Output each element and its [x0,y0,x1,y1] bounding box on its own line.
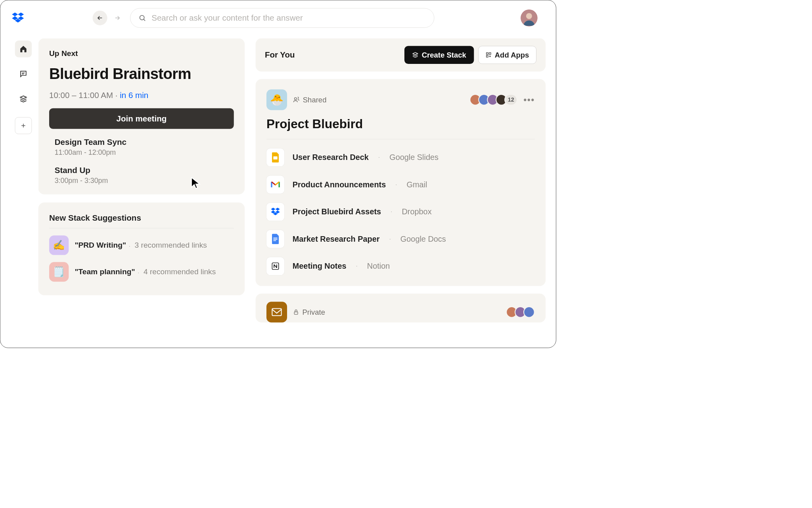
doc-row[interactable]: Project Bluebird Assets · Dropbox [266,203,535,221]
svg-point-0 [140,15,144,20]
apps-icon [485,52,491,58]
add-apps-button[interactable]: Add Apps [478,46,536,64]
google-docs-icon [266,230,284,248]
up-next-time: 10:00 – 11:00 AM · in 6 min [49,91,234,100]
nav-back-button[interactable] [93,11,107,25]
user-avatar[interactable] [521,10,537,26]
doc-name: Project Bluebird Assets [293,207,381,216]
suggestion-meta: 4 recommended links [144,267,216,276]
event-item[interactable]: Stand Up 3:00pm - 3:30pm [49,165,234,185]
doc-row[interactable]: Market Research Paper · Google Docs [266,230,535,248]
stack-title: Project Bluebird [266,117,535,139]
svg-rect-4 [489,53,490,54]
collaborator-overflow[interactable]: 12 [504,94,517,106]
doc-source: Gmail [407,180,427,189]
event-time: 11:00am - 12:00pm [55,148,234,157]
nav-forward-button[interactable] [110,11,124,25]
people-icon [293,96,299,103]
doc-name: Market Research Paper [293,235,380,244]
stack-card: 🐣 Shared 12 ••• [256,79,546,286]
event-title: Design Team Sync [55,138,234,147]
suggestions-heading: New Stack Suggestions [49,214,234,229]
svg-point-2 [526,13,532,19]
mail-tile-icon [266,302,287,322]
dropbox-icon [266,203,284,221]
suggestion-name: "Team planning" [75,267,135,276]
suggestion-item[interactable]: ✍️ "PRD Writing" · 3 recommended links [49,235,234,255]
search-bar[interactable] [130,8,434,28]
doc-name: Meeting Notes [293,262,347,271]
private-indicator: Private [293,308,325,316]
up-next-label: Up Next [49,49,234,58]
svg-rect-10 [294,312,298,314]
writing-hand-icon: ✍️ [49,235,69,255]
collaborator-avatar[interactable] [523,306,535,318]
private-stack-card: Private [256,294,546,323]
doc-source: Dropbox [402,207,431,216]
create-stack-button[interactable]: Create Stack [404,46,474,64]
sidebar-stacks[interactable] [15,90,32,107]
notion-icon [266,257,284,275]
stack-plus-icon [412,52,418,58]
join-meeting-button[interactable]: Join meeting [49,108,234,129]
up-next-countdown: in 6 min [120,91,148,100]
svg-rect-9 [272,308,281,316]
up-next-card: Up Next Bluebird Brainstorm 10:00 – 11:0… [38,38,245,194]
for-you-bar: For You Create Stack Add Apps [256,38,546,72]
gmail-icon [266,176,284,194]
event-time: 3:00pm - 3:30pm [55,177,234,185]
search-icon [138,14,146,22]
search-input[interactable] [151,13,426,23]
stack-emoji-icon: 🐣 [266,89,287,110]
svg-point-6 [295,98,297,100]
doc-name: User Research Deck [293,153,369,162]
sidebar-chat[interactable] [15,65,32,82]
stack-suggestions-card: New Stack Suggestions ✍️ "PRD Writing" ·… [38,202,245,295]
shared-indicator: Shared [293,96,326,104]
svg-rect-3 [486,53,488,54]
doc-name: Product Announcements [293,180,386,189]
doc-row[interactable]: Meeting Notes · Notion [266,257,535,275]
event-title: Stand Up [55,165,234,175]
for-you-label: For You [265,50,400,60]
sidebar-add[interactable] [15,117,32,134]
doc-row[interactable]: Product Announcements · Gmail [266,176,535,194]
svg-rect-7 [273,156,277,160]
doc-source: Notion [367,262,390,271]
svg-rect-5 [486,56,488,57]
doc-source: Google Slides [389,153,439,162]
up-next-title: Bluebird Brainstorm [49,65,234,83]
suggestion-meta: 3 recommended links [135,241,207,249]
notepad-icon: 🗒️ [49,262,69,281]
more-menu-icon[interactable]: ••• [523,94,535,105]
doc-row[interactable]: User Research Deck · Google Slides [266,148,535,166]
google-slides-icon [266,148,284,166]
lock-icon [293,309,299,315]
event-item[interactable]: Design Team Sync 11:00am - 12:00pm [49,138,234,157]
dropbox-logo[interactable] [11,11,25,25]
sidebar-home[interactable] [15,40,32,57]
suggestion-item[interactable]: 🗒️ "Team planning" · 4 recommended links [49,262,234,281]
doc-source: Google Docs [400,235,446,244]
suggestion-name: "PRD Writing" [75,241,126,249]
